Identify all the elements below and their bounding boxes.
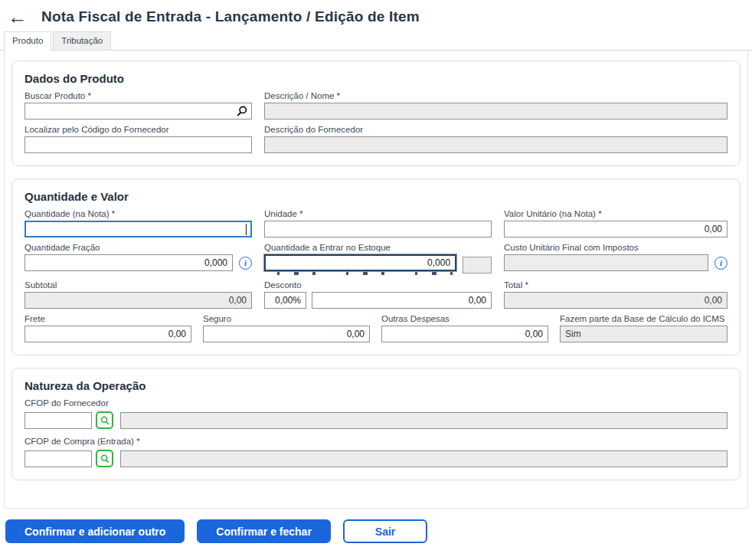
cfop-fornecedor-search-button[interactable] [96,411,113,429]
outras-despesas-label: Outras Despesas [381,314,548,323]
info-icon[interactable]: i [239,257,252,270]
desconto-valor-input[interactable] [312,292,492,309]
confirm-add-button[interactable]: Confirmar e adicionar outro [5,519,185,543]
seguro-label: Seguro [203,314,370,323]
section-title: Dados do Produto [25,72,727,85]
cfop-compra-code-input[interactable] [25,450,92,467]
cfop-compra-label: CFOP de Compra (Entrada) * [25,437,727,446]
section-dados-produto: Dados do Produto Buscar Produto * Descri… [11,61,741,166]
descricao-nome-label: Descrição / Nome * [264,91,727,100]
section-quantidade-valor: Quantidade e Valor Quantidade (na Nota) … [11,178,741,355]
tab-bar: Produto Tributação [0,31,752,51]
quantidade-fracao-input[interactable] [25,254,233,271]
tab-tributacao[interactable]: Tributação [53,31,111,51]
outras-despesas-input[interactable] [381,326,548,342]
desconto-percent-input[interactable] [264,292,306,309]
cfop-compra-search-button[interactable] [96,450,113,467]
buscar-produto-input[interactable] [25,103,252,120]
localizar-codigo-label: Localizar pelo Código do Fornecedor [25,125,252,134]
quantidade-fracao-label: Quantidade Fração [25,243,252,252]
frete-input[interactable] [25,326,191,342]
text-caret [246,224,247,235]
valor-unitario-input[interactable] [504,221,727,237]
section-title: Quantidade e Valor [25,190,727,203]
subtotal-label: Subtotal [25,280,252,290]
custo-unitario-input [504,254,708,271]
seguro-input[interactable] [203,326,370,342]
footer-actions: Confirmar e adicionar outro Confirmar e … [0,509,752,543]
search-icon[interactable] [236,105,248,117]
total-label: Total * [504,280,727,290]
quantidade-estoque-label: Quantidade a Entrar no Estoque [264,243,492,252]
section-natureza-operacao: Natureza da Operação CFOP do Fornecedor … [11,368,741,480]
page-header: ← Nota Fiscal de Entrada - Lançamento / … [0,0,752,31]
cfop-fornecedor-label: CFOP do Fornecedor [25,398,727,408]
descricao-fornecedor-input [264,136,727,153]
unidade-input[interactable] [264,221,492,237]
cfop-compra-descricao-input [120,450,727,467]
page-title: Nota Fiscal de Entrada - Lançamento / Ed… [41,8,420,25]
cfop-fornecedor-descricao-input [120,412,727,429]
cfop-fornecedor-code-input[interactable] [25,412,92,429]
section-title: Natureza da Operação [25,379,727,392]
desconto-label: Desconto [264,280,492,290]
clipped-text-artifact [268,272,453,275]
descricao-nome-input [264,103,727,120]
main-panel: Dados do Produto Buscar Produto * Descri… [4,51,748,509]
quantidade-nota-label: Quantidade (na Nota) * [25,209,252,218]
info-icon[interactable]: i [714,257,727,270]
search-icon [100,415,110,426]
unidade-label: Unidade * [264,209,492,218]
base-icms-input [560,326,727,342]
descricao-fornecedor-label: Descrição do Fornecedor [264,125,727,134]
search-icon [100,454,110,464]
quantidade-estoque-input[interactable] [264,254,456,271]
exit-button[interactable]: Sair [343,519,427,543]
subtotal-input [25,292,252,309]
total-input [504,292,727,309]
confirm-close-button[interactable]: Confirmar e fechar [197,519,330,543]
quantidade-nota-input[interactable] [25,221,252,237]
custo-unitario-label: Custo Unitário Final com Impostos [504,243,727,252]
back-arrow-icon[interactable]: ← [8,8,28,26]
buscar-produto-label: Buscar Produto * [25,91,252,100]
estoque-aux-box [463,257,492,273]
tab-produto[interactable]: Produto [4,31,51,51]
frete-label: Frete [25,314,191,323]
base-icms-label: Fazem parte da Base de Cálculo do ICMS [560,314,727,323]
valor-unitario-label: Valor Unitário (na Nota) * [504,209,727,218]
localizar-codigo-input[interactable] [25,136,252,153]
